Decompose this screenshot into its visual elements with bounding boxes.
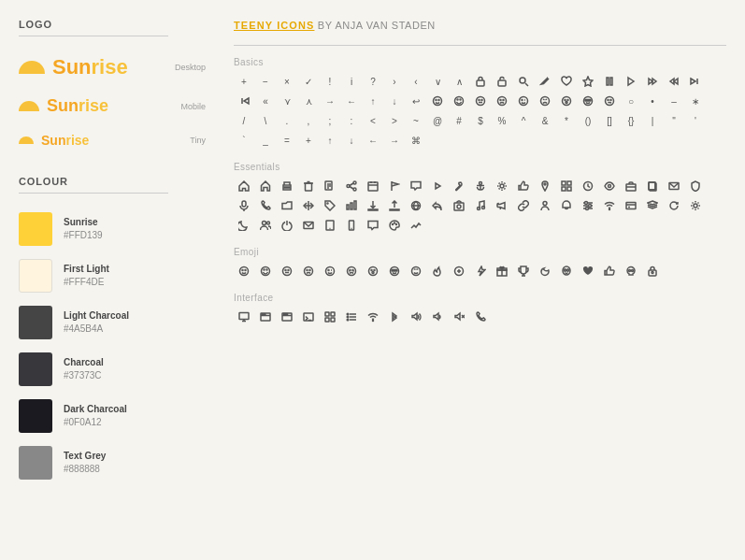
icon-dbl-up[interactable]: ⋏ [298, 93, 319, 109]
icon-if-monitor[interactable] [234, 309, 254, 325]
icon-backtick[interactable]: ` [234, 132, 254, 149]
icon-chat2[interactable] [363, 217, 383, 234]
icon-plus2[interactable]: + [298, 132, 319, 149]
icon-plus[interactable]: + [234, 73, 254, 90]
icon-unlock[interactable] [492, 73, 512, 90]
icon-house[interactable] [255, 178, 276, 194]
icon-amp[interactable]: & [535, 112, 555, 129]
icon-emoji-lock[interactable] [642, 263, 663, 280]
icon-hash[interactable]: # [449, 112, 469, 129]
icon-refresh[interactable] [664, 197, 684, 214]
icon-stack[interactable] [642, 197, 663, 214]
icon-underscore[interactable]: _ [255, 132, 276, 149]
icon-minus[interactable]: − [255, 73, 276, 90]
icon-skip-back[interactable] [234, 93, 254, 109]
icon-cool[interactable] [578, 93, 598, 109]
icon-fastforward[interactable] [642, 73, 663, 90]
icon-home[interactable] [234, 178, 254, 194]
icon-emoji-gift[interactable] [492, 263, 512, 280]
icon-circle[interactable]: ○ [621, 93, 641, 109]
icon-arrow-up[interactable]: ↑ [363, 93, 383, 109]
icon-lt[interactable]: < [363, 112, 383, 129]
icon-confused[interactable] [599, 93, 620, 109]
icon-arrow-down[interactable]: ↓ [384, 93, 405, 109]
icon-move[interactable] [298, 197, 319, 214]
icon-email[interactable] [298, 217, 319, 234]
icon-sad[interactable] [492, 93, 512, 109]
icon-comma[interactable]: , [298, 112, 319, 129]
icon-credit[interactable] [621, 197, 641, 214]
icon-smile[interactable] [427, 93, 448, 109]
icon-emoji-love[interactable] [406, 263, 426, 280]
icon-chevron-left[interactable]: ‹ [406, 73, 426, 90]
icon-if-window[interactable] [255, 309, 276, 325]
icon-parens[interactable]: () [578, 112, 598, 129]
icon-calendar[interactable] [363, 178, 383, 194]
icon-lock[interactable] [470, 73, 491, 90]
icon-thumbup[interactable] [513, 178, 534, 194]
icon-emoji-smile[interactable] [234, 263, 254, 280]
icon-if-list[interactable] [341, 309, 362, 325]
icon-at[interactable]: @ [427, 112, 448, 129]
icon-gt[interactable]: > [384, 112, 405, 129]
icon-arrow-right[interactable]: → [320, 93, 340, 109]
icon-phone2[interactable] [341, 217, 362, 234]
icon-up-arrow2[interactable]: ↑ [320, 132, 340, 149]
icon-clock[interactable] [578, 178, 598, 194]
icon-shield[interactable] [685, 178, 706, 194]
icon-chart[interactable] [341, 197, 362, 214]
icon-grid[interactable] [556, 178, 577, 194]
icon-angry[interactable] [535, 93, 555, 109]
icon-star2[interactable]: * [556, 112, 577, 129]
icon-briefcase[interactable] [621, 178, 641, 194]
icon-period[interactable]: . [277, 112, 297, 129]
icon-emoji-alien[interactable] [556, 263, 577, 280]
icon-download[interactable] [363, 197, 383, 214]
icon-colon[interactable]: : [341, 112, 362, 129]
icon-if-bluetooth[interactable] [384, 309, 405, 325]
icon-mail[interactable] [664, 178, 684, 194]
icon-play[interactable] [621, 73, 641, 90]
icon-link[interactable] [513, 197, 534, 214]
icon-pipe[interactable]: | [642, 112, 663, 129]
icon-pause[interactable] [599, 73, 620, 90]
icon-question[interactable]: ? [363, 73, 383, 90]
icon-squote[interactable]: ' [685, 112, 706, 129]
icon-info[interactable]: i [341, 73, 362, 90]
icon-neutral[interactable] [470, 93, 491, 109]
icon-surprised[interactable] [556, 93, 577, 109]
icon-sliders[interactable] [578, 197, 598, 214]
icon-if-terminal[interactable] [298, 309, 319, 325]
icon-rewind[interactable] [664, 73, 684, 90]
icon-emoji-wink[interactable] [320, 263, 340, 280]
icon-print[interactable] [277, 178, 297, 194]
icon-left-arrow2[interactable]: ← [363, 132, 383, 149]
icon-users[interactable] [255, 217, 276, 234]
icon-wink[interactable] [513, 93, 534, 109]
icon-person[interactable] [535, 197, 555, 214]
icon-percent[interactable]: % [492, 112, 512, 129]
icon-down-arrow2[interactable]: ↓ [341, 132, 362, 149]
icon-emoji-fire[interactable] [427, 263, 448, 280]
icon-megaphone[interactable] [492, 197, 512, 214]
icon-upload[interactable] [384, 197, 405, 214]
icon-star[interactable] [578, 73, 598, 90]
icon-mic[interactable] [234, 197, 254, 214]
icon-dash[interactable]: – [664, 93, 684, 109]
icon-emoji-cry[interactable] [341, 263, 362, 280]
icon-sun[interactable] [685, 197, 706, 214]
icon-check[interactable]: ✓ [298, 73, 319, 90]
icon-emoji-sleep[interactable] [535, 263, 555, 280]
icon-if-wifi[interactable] [363, 309, 383, 325]
icon-skip-fwd[interactable] [685, 73, 706, 90]
icon-emoji-star[interactable] [449, 263, 469, 280]
icon-emoji-thunder[interactable] [470, 263, 491, 280]
icon-trash[interactable] [298, 178, 319, 194]
icon-search[interactable] [513, 73, 534, 90]
icon-if-mute[interactable] [449, 309, 469, 325]
icon-eye[interactable] [599, 178, 620, 194]
icon-folder[interactable] [277, 197, 297, 214]
icon-emoji-happy[interactable] [255, 263, 276, 280]
icon-return[interactable]: ↩ [406, 93, 426, 109]
icon-caret[interactable]: ^ [513, 112, 534, 129]
